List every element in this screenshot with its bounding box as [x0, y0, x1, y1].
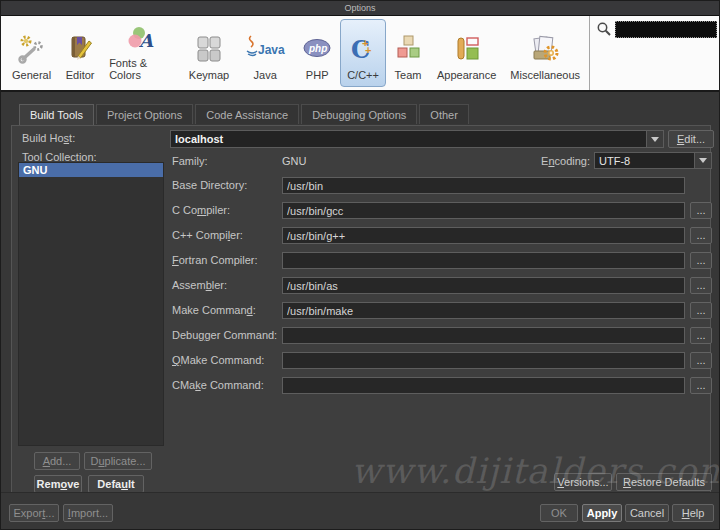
c-compiler-input[interactable]: [282, 202, 685, 219]
tool-collection-list[interactable]: GNU: [18, 162, 164, 446]
c-compiler-field-wrap: [282, 202, 685, 219]
category-team[interactable]: Team: [386, 19, 430, 87]
category-fonts-colors[interactable]: A Fonts & Colors: [102, 19, 182, 87]
fortran-compiler-browse-button[interactable]: ...: [690, 252, 712, 269]
category-php[interactable]: php PHP: [294, 19, 340, 87]
c-compiler-label: C Compiler:: [172, 204, 230, 216]
apply-button[interactable]: Apply: [582, 504, 622, 522]
search-input[interactable]: [615, 21, 717, 38]
category-label: Java: [254, 69, 277, 81]
debugger-command-label: Debugger Command:: [172, 329, 277, 341]
base-directory-field-wrap: [282, 177, 685, 194]
tab-debugging-options[interactable]: Debugging Options: [301, 104, 417, 124]
versions-button[interactable]: Versions...: [554, 473, 612, 491]
titlebar[interactable]: Options: [1, 1, 719, 16]
tab-other[interactable]: Other: [419, 104, 469, 124]
base-directory-input[interactable]: [282, 177, 685, 194]
category-label: Fonts & Colors: [109, 57, 175, 81]
build-host-combo[interactable]: localhost: [170, 130, 664, 148]
category-general[interactable]: General: [5, 19, 58, 87]
tab-code-assistance[interactable]: Code Assistance: [195, 104, 299, 124]
category-label: Team: [395, 69, 422, 81]
php-logo-icon: php: [301, 31, 333, 67]
svg-text:php: php: [308, 43, 327, 54]
layout-blocks-icon: [452, 31, 482, 67]
category-c-cpp[interactable]: C + + C/C++: [340, 19, 386, 87]
base-directory-label: Base Directory:: [172, 179, 247, 191]
fortran-compiler-label: Fortran Compiler:: [172, 254, 258, 266]
duplicate-button[interactable]: Duplicate...: [84, 452, 152, 470]
gears-wrench-icon: [17, 31, 47, 67]
dialog-button-bar: Export... Import... OK Apply Cancel Help: [1, 492, 719, 529]
make-command-input[interactable]: [282, 302, 685, 319]
category-label: PHP: [306, 69, 329, 81]
list-item-gnu[interactable]: GNU: [19, 163, 163, 177]
fonts-colors-icon: A: [126, 23, 158, 55]
encoding-label: Encoding:: [492, 155, 590, 167]
search-icon: [596, 21, 612, 39]
chevron-down-icon: [699, 158, 707, 163]
encoding-value: UTF-8: [595, 155, 694, 167]
import-button[interactable]: Import...: [63, 504, 113, 522]
qmake-command-input[interactable]: [282, 352, 685, 369]
encoding-dropdown-button[interactable]: [694, 153, 711, 168]
assembler-label: Assembler:: [172, 279, 227, 291]
assembler-browse-button[interactable]: ...: [690, 277, 712, 294]
build-host-value: localhost: [171, 133, 646, 145]
cmake-command-browse-button[interactable]: ...: [690, 377, 712, 394]
category-appearance[interactable]: Appearance: [430, 19, 503, 87]
build-tools-panel: Build Host: Tool Collection: GNU Add... …: [11, 125, 711, 495]
debugger-command-input[interactable]: [282, 327, 685, 344]
cmake-command-field-wrap: [282, 377, 685, 394]
assembler-input[interactable]: [282, 277, 685, 294]
remove-button[interactable]: Remove: [34, 475, 82, 493]
debugger-command-field-wrap: [282, 327, 685, 344]
category-label: Keymap: [189, 69, 229, 81]
category-keymap[interactable]: Keymap: [182, 19, 236, 87]
papers-gear-icon: [529, 31, 561, 67]
category-label: Miscellaneous: [510, 69, 580, 81]
add-button[interactable]: Add...: [34, 452, 80, 470]
build-host-dropdown-button[interactable]: [646, 131, 663, 147]
svg-text:+: +: [365, 44, 371, 56]
make-command-browse-button[interactable]: ...: [690, 302, 712, 319]
cancel-button[interactable]: Cancel: [625, 504, 669, 522]
cubes-icon: [393, 31, 423, 67]
category-toolbar: General Editor: [1, 16, 719, 92]
family-value: GNU: [282, 155, 306, 167]
qmake-command-field-wrap: [282, 352, 685, 369]
debugger-command-browse-button[interactable]: ...: [690, 327, 712, 344]
category-java[interactable]: Java Java: [236, 19, 294, 87]
tab-build-tools[interactable]: Build Tools: [19, 104, 94, 125]
c-cpp-icon: C + +: [348, 31, 378, 67]
fortran-compiler-field-wrap: [282, 252, 685, 269]
options-dialog: Options General: [0, 0, 720, 530]
tab-project-options[interactable]: Project Options: [96, 104, 193, 124]
qmake-command-browse-button[interactable]: ...: [690, 352, 712, 369]
category-label: Editor: [66, 69, 95, 81]
chevron-down-icon: [651, 137, 659, 142]
fortran-compiler-input[interactable]: [282, 252, 685, 269]
cpp-compiler-input[interactable]: [282, 227, 685, 244]
edit-button[interactable]: Edit...: [668, 130, 714, 148]
c-compiler-browse-button[interactable]: ...: [690, 202, 712, 219]
ok-button[interactable]: OK: [540, 504, 578, 522]
category-label: Appearance: [437, 69, 496, 81]
window-title: Options: [344, 3, 375, 13]
cmake-command-input[interactable]: [282, 377, 685, 394]
assembler-field-wrap: [282, 277, 685, 294]
restore-defaults-button[interactable]: Restore Defaults: [616, 473, 712, 491]
category-label: C/C++: [347, 69, 379, 81]
tab-bar: Build Tools Project Options Code Assista…: [19, 104, 469, 124]
encoding-combo[interactable]: UTF-8: [594, 152, 712, 169]
cpp-compiler-browse-button[interactable]: ...: [690, 227, 712, 244]
export-button[interactable]: Export...: [9, 504, 59, 522]
category-editor[interactable]: Editor: [58, 19, 102, 87]
default-button[interactable]: Default: [88, 475, 144, 493]
category-miscellaneous[interactable]: Miscellaneous: [503, 19, 587, 87]
java-logo-icon: Java: [243, 31, 287, 67]
svg-text:Java: Java: [258, 43, 285, 57]
search-zone: [589, 16, 719, 90]
build-host-label: Build Host:: [22, 132, 75, 144]
help-button[interactable]: Help: [672, 504, 714, 522]
